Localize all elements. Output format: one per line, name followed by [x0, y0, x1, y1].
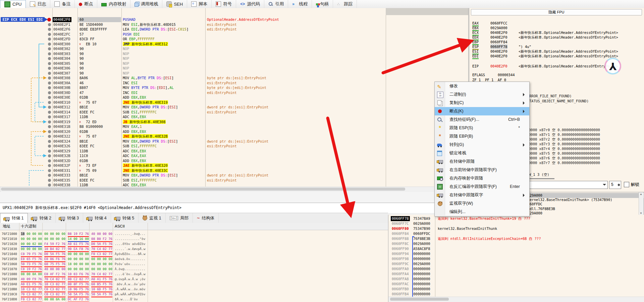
- disasm-row[interactable]: 0040E32001DBADD EBX,EBX: [0, 129, 468, 134]
- dump-tab-转储 5[interactable]: 转储 5: [111, 213, 139, 223]
- disasm-row[interactable]: 0040E30590NOP: [0, 61, 468, 66]
- disasm-row[interactable]: 0040E3248B1EMOV EBX,DWORD PTR DS:[ESI]dw…: [0, 139, 468, 144]
- disasm-horizontal-scrollbar[interactable]: [0, 187, 469, 192]
- disasm-row[interactable]: 0040E331∨75 09JNE 新年快乐样本.40E33C: [0, 168, 468, 173]
- menu-item-breakpoint[interactable]: 断点(K): [435, 107, 529, 115]
- stack-horizontal-scrollbar[interactable]: [388, 297, 644, 302]
- dump-tab-转储 3[interactable]: 转储 3: [56, 213, 83, 223]
- instruction-dot[interactable]: [48, 72, 51, 75]
- menu-item-follow-in-dump[interactable]: 在转储中跟随: [435, 157, 529, 166]
- dump-row[interactable]: 76F210D0F0 C3 02 7700 00 0A 00DC AF F2 7…: [0, 297, 388, 302]
- instruction-dot[interactable]: [48, 174, 51, 177]
- disasm-row[interactable]: 0040E3128B1EMOV EBX,DWORD PTR DS:[ESI]dw…: [0, 105, 468, 110]
- menu-item-follow-dword-current-dump[interactable]: 在当前转储中跟随双字(F): [435, 166, 529, 174]
- stack-row[interactable]: 0060FFA000000000: [388, 266, 644, 271]
- disasm-row[interactable]: 0040E31711DBADC EBX,EBX: [0, 114, 468, 119]
- menu-item-edit-columns[interactable]: 编辑列...: [435, 208, 529, 216]
- menu-item-follow-memory-map[interactable]: 在内存映射中跟随: [435, 174, 529, 183]
- register-row-EBX[interactable]: EBX0029A000: [470, 26, 644, 30]
- instruction-dot[interactable]: [48, 106, 51, 109]
- instruction-dot[interactable]: [48, 57, 51, 60]
- stack-pane[interactable]: 0060FF7875347BA9返回到 kernel32.BaseThreadI…: [388, 215, 644, 302]
- menu-item-goto[interactable]: 转到(G): [435, 141, 529, 149]
- dump-tab-转储 4[interactable]: 转储 4: [83, 213, 111, 223]
- disasm-row[interactable]: 0040E30290NOP: [0, 46, 468, 51]
- register-row-EAX[interactable]: EAX0060FFCC: [470, 21, 644, 26]
- menu-item-copy[interactable]: 复制(C): [435, 99, 529, 107]
- disasm-row[interactable]: 0040E33811DBADC EBX,EBX: [0, 183, 468, 187]
- instruction-dot[interactable]: [48, 135, 51, 138]
- disasm-row[interactable]: 0040E33583EE FCSUB ESI,FFFFFFFCesi:Entry…: [0, 178, 468, 183]
- breakpoint-dot-red[interactable]: [47, 18, 51, 21]
- instruction-dot[interactable]: [48, 140, 51, 143]
- stack-row[interactable]: 0060FF8075347B90kernel32.BaseThreadInitT…: [388, 226, 644, 231]
- disasm-row[interactable]: 0040E30E01DBADD EBX,EBX: [0, 95, 468, 100]
- menu-item-lock-stack[interactable]: 锁定堆栈: [435, 149, 529, 157]
- instruction-dot[interactable]: [48, 67, 51, 70]
- unlock-checkbox[interactable]: [624, 182, 629, 187]
- disasm-row[interactable]: 0040E31483EE FCSUB ESI,FFFFFFFCesi:Entry…: [0, 110, 468, 115]
- stack-row[interactable]: 0060FF90A58AC8F8: [388, 246, 644, 251]
- disasm-row[interactable]: 0040E2F060PUSHADOptionalHeader.AddressOf…: [0, 17, 468, 22]
- disasm-row[interactable]: 0040E3338B1EMOV EBX,DWORD PTR DS:[ESI]dw…: [0, 173, 468, 178]
- instruction-dot[interactable]: [48, 150, 51, 153]
- instruction-dot[interactable]: [48, 86, 51, 89]
- menu-item-follow-esp[interactable]: *跟随 ESP(S)*: [435, 124, 529, 132]
- disasm-row[interactable]: 0040E30390NOP: [0, 51, 468, 56]
- toolbar-tab-日志[interactable]: 日志: [26, 0, 50, 8]
- instruction-dot[interactable]: [48, 47, 51, 50]
- stack-row[interactable]: 0060FF7C0029A000: [388, 221, 644, 226]
- instruction-dot[interactable]: [48, 154, 51, 157]
- menu-item-modify[interactable]: 修改: [435, 82, 529, 90]
- dump-pane[interactable]: 地址 十六进制 ASCII 76F2100018 00 00 0000 00 0…: [0, 223, 388, 302]
- stack-row[interactable]: 0060FF8C0029A000: [388, 241, 644, 246]
- toolbar-tab-备注[interactable]: 备注: [50, 0, 75, 8]
- stack-row[interactable]: 0060FF9400000000: [388, 251, 644, 256]
- stack-row[interactable]: 0060FF9800000000: [388, 256, 644, 261]
- toolbar-tab-引用[interactable]: 引用: [264, 0, 288, 8]
- instruction-dot[interactable]: [48, 101, 51, 104]
- dump-row[interactable]: 76F21040C0 79 F5 76D0 5A F5 7600 00 00 0…: [0, 251, 388, 256]
- dump-tab-转储 1[interactable]: 转储 1: [0, 213, 28, 223]
- stack-row[interactable]: 0060FF7875347BA9返回到 kernel32.BaseThreadI…: [388, 216, 644, 221]
- menu-item-follow-ebp[interactable]: *跟随 EBP(B): [435, 132, 529, 141]
- dump-tab-转储 2[interactable]: 转储 2: [28, 213, 55, 223]
- instruction-dot[interactable]: [48, 164, 51, 167]
- menu-item-find-pattern[interactable]: 查找特征码(F)...Ctrl+B: [435, 115, 529, 124]
- disasm-row[interactable]: 0040E32B11C0ADC EAX,EAX: [0, 153, 468, 158]
- disasm-row[interactable]: 0040E30790NOP: [0, 71, 468, 76]
- disasm-row[interactable]: 0040E30B8807MOV BYTE PTR DS:[EDI],ALbyte…: [0, 85, 468, 90]
- stack-row[interactable]: 0060FFB000000000: [388, 287, 644, 292]
- disasm-row[interactable]: 0040E2FC57PUSH EDI: [0, 32, 468, 37]
- toolbar-tab-源代码[interactable]: <>源代码: [236, 0, 264, 8]
- instruction-dot[interactable]: [48, 111, 51, 114]
- stack-row[interactable]: 0060FFA400000000: [388, 271, 644, 276]
- disasm-row[interactable]: 0040E30690NOP: [0, 66, 468, 71]
- instruction-dot[interactable]: [48, 130, 51, 133]
- register-row-ECX[interactable]: ECX0040E2F0<新年快乐样本.OptionalHeader.Addres…: [470, 30, 644, 35]
- toolbar-tab-线程[interactable]: »线程: [288, 0, 312, 8]
- dump-row[interactable]: 76F2103000 00 00 0010 B4 02 7790 EA F8 7…: [0, 246, 388, 251]
- toolbar-tab-断点[interactable]: 断点: [75, 0, 97, 8]
- disasm-row[interactable]: 0040E32D01DBADD EBX,EBX: [0, 158, 468, 163]
- toolbar-tab-SEH[interactable]: SEH: [162, 0, 187, 8]
- dump-row[interactable]: 76F2102000 00 02 00F4 59 F2 76A0 61 F5 7…: [0, 241, 388, 246]
- instruction-dot[interactable]: [48, 82, 51, 85]
- dump-row[interactable]: 76F210A0A0 E1 F5 7610 C3 02 7700 8F F5 7…: [0, 282, 388, 287]
- disasm-row[interactable]: 0040E31BB8 01000000MOV EAX,1: [0, 124, 468, 129]
- stack-row[interactable]: 0060FFB400000000: [388, 292, 644, 297]
- menu-item-follow-dword-dump[interactable]: 在转储中跟随双字: [435, 191, 529, 199]
- disasm-row[interactable]: 0040E32911DBADC EBX,EBX: [0, 149, 468, 154]
- instruction-dot[interactable]: [48, 179, 51, 182]
- stack-row[interactable]: 0060FF840060FFDC: [388, 231, 644, 236]
- disasm-row[interactable]: 0040E3088A06MOV AL,BYTE PTR DS:[ESI]byte…: [0, 76, 468, 81]
- stack-row[interactable]: 0060FFA800000000: [388, 276, 644, 282]
- dump-row[interactable]: 76F210C070 C3 02 77C0 C3 02 7750 5A F5 7…: [0, 292, 388, 297]
- disasm-row[interactable]: 0040E32F∧73 EFJAE 新年快乐样本.40E320: [0, 163, 468, 168]
- dump-row[interactable]: 76F21050E0 65 F5 76E0 06 F6 7600 00 00 0…: [0, 256, 388, 261]
- dump-row[interactable]: 76F210B010 C3 02 77C0 C3 02 7710 96 F5 7…: [0, 287, 388, 292]
- calling-convention-combobox[interactable]: [523, 181, 608, 189]
- args-scrollbar[interactable]: [639, 192, 644, 215]
- dump-row[interactable]: 76F2108008 00 0A 00E8 AF F2 7610 03 F6 7…: [0, 271, 388, 276]
- instruction-dot[interactable]: [48, 91, 51, 94]
